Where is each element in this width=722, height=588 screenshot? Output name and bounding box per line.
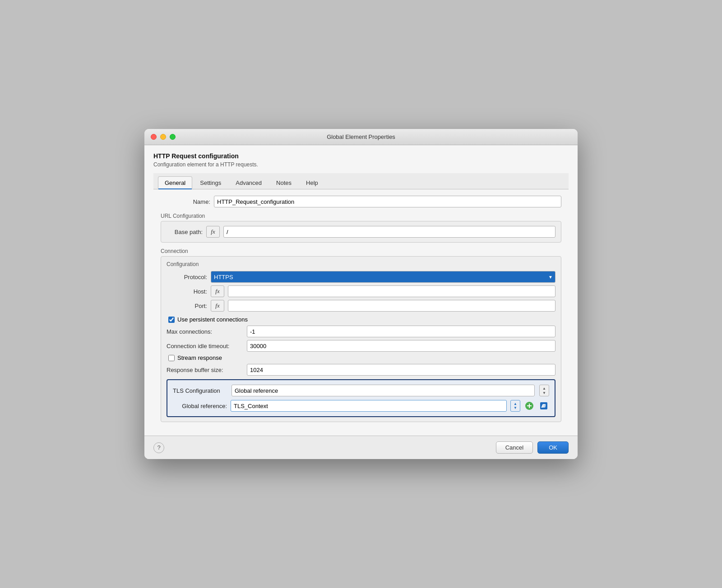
help-button[interactable]: ?	[153, 442, 164, 453]
title-bar: Global Element Properties	[144, 129, 578, 145]
idle-timeout-row: Connection idle timeout:	[167, 340, 555, 352]
port-label: Port:	[167, 303, 207, 309]
tls-up-arrow-icon: ▲	[542, 386, 546, 390]
max-connections-label: Max connections:	[167, 328, 243, 335]
base-path-label: Base path:	[167, 229, 203, 235]
traffic-lights	[151, 134, 176, 140]
persistent-connections-label: Use persistent connections	[177, 316, 248, 323]
form-area: Name: URL Configuration Base path: fx Co…	[153, 189, 569, 428]
add-global-ref-button[interactable]	[524, 400, 535, 411]
protocol-label: Protocol:	[167, 274, 207, 280]
name-input[interactable]	[214, 196, 561, 207]
max-connections-row: Max connections:	[167, 326, 555, 337]
tab-general[interactable]: General	[158, 176, 192, 189]
connection-section: Connection Configuration Protocol: HTTPS…	[161, 248, 561, 422]
tls-config-select[interactable]: Global reference Edit inline	[231, 385, 535, 396]
url-config-label: URL Configuration	[161, 213, 561, 219]
port-input[interactable]	[228, 300, 555, 312]
bottom-buttons: Cancel OK	[496, 441, 569, 454]
buffer-size-input[interactable]	[247, 364, 555, 376]
ok-button[interactable]: OK	[537, 441, 569, 454]
port-row: Port: fx	[167, 300, 555, 312]
protocol-select-wrapper: HTTPS HTTP ▼	[211, 271, 555, 283]
ref-up-arrow-icon: ▲	[514, 402, 517, 406]
close-button[interactable]	[151, 134, 157, 140]
idle-timeout-label: Connection idle timeout:	[167, 343, 243, 349]
global-ref-select[interactable]: TLS_Context	[231, 400, 507, 412]
maximize-button[interactable]	[170, 134, 176, 140]
global-ref-label: Global reference:	[173, 403, 227, 409]
protocol-select[interactable]: HTTPS HTTP	[211, 271, 555, 283]
max-connections-input[interactable]	[247, 326, 555, 337]
bottom-bar: ? Cancel OK	[144, 436, 578, 459]
global-ref-select-wrapper: TLS_Context	[231, 400, 507, 412]
persistent-connections-checkbox[interactable]	[168, 317, 175, 323]
name-row: Name:	[161, 196, 561, 207]
dialog-header-title: HTTP Request configuration	[153, 152, 569, 160]
url-config-section: URL Configuration Base path: fx	[161, 213, 561, 243]
buffer-size-row: Response buffer size:	[167, 364, 555, 376]
name-label: Name:	[161, 198, 210, 205]
tls-header-row: TLS Configuration Global reference Edit …	[173, 385, 549, 396]
tab-notes[interactable]: Notes	[269, 176, 298, 189]
stream-response-row: Stream response	[168, 354, 555, 361]
ref-down-arrow-icon: ▼	[514, 406, 517, 410]
connection-box: Configuration Protocol: HTTPS HTTP ▼	[161, 256, 561, 422]
protocol-row: Protocol: HTTPS HTTP ▼	[167, 271, 555, 283]
stream-response-checkbox[interactable]	[168, 355, 175, 361]
tab-settings[interactable]: Settings	[193, 176, 228, 189]
host-label: Host:	[167, 288, 207, 295]
idle-timeout-input[interactable]	[247, 340, 555, 352]
add-icon	[525, 401, 534, 410]
tls-section: TLS Configuration Global reference Edit …	[167, 379, 555, 417]
dialog-window: Global Element Properties HTTP Request c…	[144, 129, 578, 459]
tls-arrow-button[interactable]: ▲ ▼	[539, 385, 549, 396]
cancel-button[interactable]: Cancel	[496, 441, 533, 454]
minimize-button[interactable]	[160, 134, 166, 140]
persistent-connections-row: Use persistent connections	[168, 316, 555, 323]
base-path-input[interactable]	[223, 226, 555, 238]
tls-config-label: TLS Configuration	[173, 387, 227, 394]
tls-select-wrapper: Global reference Edit inline	[231, 385, 535, 396]
dialog-header-subtitle: Configuration element for a HTTP request…	[153, 161, 569, 168]
edit-global-ref-button[interactable]	[538, 400, 549, 411]
global-ref-arrow-button[interactable]: ▲ ▼	[510, 400, 520, 412]
url-config-box: Base path: fx	[161, 221, 561, 243]
connection-label: Connection	[161, 248, 561, 254]
host-input[interactable]	[228, 285, 555, 297]
base-path-fx-button[interactable]: fx	[206, 226, 220, 238]
configuration-label: Configuration	[167, 261, 555, 267]
base-path-row: Base path: fx	[167, 226, 555, 238]
host-row: Host: fx	[167, 285, 555, 297]
global-ref-row: Global reference: TLS_Context ▲ ▼	[173, 400, 549, 412]
window-content: HTTP Request configuration Configuration…	[144, 145, 578, 436]
tab-help[interactable]: Help	[299, 176, 325, 189]
host-fx-button[interactable]: fx	[211, 285, 224, 297]
tls-down-arrow-icon: ▼	[542, 391, 546, 395]
buffer-size-label: Response buffer size:	[167, 367, 243, 373]
edit-icon	[539, 401, 548, 410]
port-fx-button[interactable]: fx	[211, 300, 224, 312]
window-title: Global Element Properties	[327, 133, 395, 140]
tabs-container: General Settings Advanced Notes Help	[153, 173, 569, 189]
tab-advanced[interactable]: Advanced	[229, 176, 268, 189]
stream-response-label: Stream response	[177, 354, 222, 361]
